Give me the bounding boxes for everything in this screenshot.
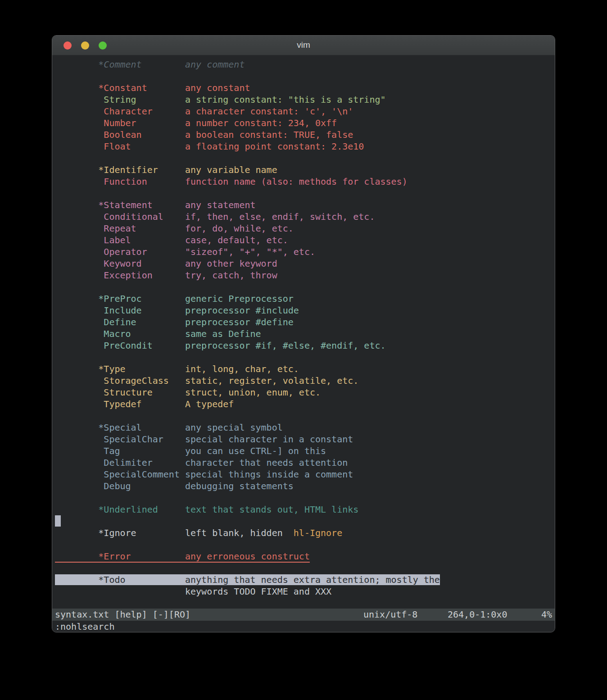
vim-command-line[interactable]: :nohlsearch	[52, 621, 555, 632]
text-segment: Typedef A typedef	[55, 399, 234, 409]
text-segment: Character a character constant: 'c', '\n…	[55, 106, 353, 117]
buffer-line: Function function name (also: methods fo…	[55, 176, 555, 187]
buffer-line: Repeat for, do, while, etc.	[55, 223, 555, 234]
buffer-line: *Identifier any variable name	[55, 164, 555, 176]
text-segment: Operator "sizeof", "+", "*", etc.	[55, 246, 315, 257]
buffer-line: *Type int, long, char, etc.	[55, 363, 555, 375]
window-titlebar[interactable]: vim	[52, 36, 555, 55]
text-segment: *Type int, long, char, etc.	[55, 364, 299, 374]
buffer-line: SpecialComment special things inside a c…	[55, 468, 555, 480]
text-segment: Boolean a boolean constant: TRUE, false	[55, 129, 353, 140]
text-segment: *Underlined text that stands out, HTML l…	[55, 504, 358, 515]
text-segment: Repeat for, do, while, etc.	[55, 223, 294, 234]
buffer-line: Number a number constant: 234, 0xff	[55, 117, 555, 129]
help-tag-link[interactable]: hl-Ignore	[294, 527, 342, 538]
buffer-line: Debug debugging statements	[55, 480, 555, 492]
buffer-line: keywords TODO FIXME and XXX	[55, 586, 555, 597]
buffer-line: Conditional if, then, else, endif, switc…	[55, 211, 555, 223]
text-segment: Debug debugging statements	[55, 481, 294, 491]
text-segment: PreCondit preprocessor #if, #else, #endi…	[55, 340, 386, 351]
statusline-scroll-percent: 4%	[541, 609, 552, 621]
text-segment: Exception try, catch, throw	[55, 270, 277, 281]
buffer-line: String a string constant: "this is a str…	[55, 94, 555, 105]
buffer-line: PreCondit preprocessor #if, #else, #endi…	[55, 340, 555, 351]
text-segment: *Error any erroneous construct	[55, 551, 310, 562]
buffer-line: Delimiter character that needs attention	[55, 457, 555, 468]
text-segment: String a string constant: "this is a str…	[55, 94, 386, 105]
text-segment: Structure struct, union, enum, etc.	[55, 387, 321, 398]
buffer-line	[55, 492, 555, 504]
buffer-line	[55, 351, 555, 363]
buffer-line: Keyword any other keyword	[55, 258, 555, 269]
buffer-line: *Constant any constant	[55, 82, 555, 94]
text-segment: StorageClass static, register, volatile,…	[55, 375, 358, 386]
text-segment: *Ignore left blank, hidden	[55, 527, 294, 538]
text-segment: Number a number constant: 234, 0xff	[55, 118, 337, 128]
buffer-line: Label case, default, etc.	[55, 234, 555, 246]
buffer-line: *Ignore left blank, hidden hl-Ignore	[55, 527, 555, 539]
buffer-line: Macro same as Define	[55, 328, 555, 340]
buffer-line: Boolean a boolean constant: TRUE, false	[55, 129, 555, 141]
buffer-line: *Statement any statement	[55, 199, 555, 211]
buffer-line: Typedef A typedef	[55, 398, 555, 410]
buffer-line: *Todo anything that needs extra attentio…	[55, 574, 555, 586]
text-segment: *Identifier any variable name	[55, 164, 277, 175]
vim-terminal-window: vim *Comment any comment *Constant any c…	[52, 35, 555, 632]
text-segment: *PreProc generic Preprocessor	[55, 293, 294, 304]
cursor-block	[55, 515, 61, 527]
text-segment: *Statement any statement	[55, 200, 256, 210]
buffer-line: *Error any erroneous construct	[55, 550, 555, 562]
buffer-line	[55, 281, 555, 293]
statusline-ruler: 264,0-1:0x0	[448, 609, 507, 621]
text-segment: Include preprocessor #include	[55, 305, 299, 316]
text-segment: *Comment any comment	[55, 59, 245, 70]
buffer-line: Float a floating point constant: 2.3e10	[55, 141, 555, 152]
buffer-line: SpecialChar special character in a const…	[55, 433, 555, 445]
text-segment: keywords TODO FIXME and XXX	[55, 586, 331, 597]
buffer-line	[55, 70, 555, 82]
window-title: vim	[52, 36, 555, 55]
text-segment: SpecialComment special things inside a c…	[55, 469, 353, 480]
text-segment: *Constant any constant	[55, 82, 250, 93]
statusline-file-info: syntax.txt [help] [-][RO]	[55, 609, 190, 620]
buffer-line	[55, 187, 555, 199]
text-segment: Tag you can use CTRL-] on this	[55, 445, 326, 456]
text-segment: Label case, default, etc.	[55, 235, 288, 245]
buffer-line	[55, 562, 555, 574]
text-segment: *Todo anything that needs extra attentio…	[55, 574, 440, 585]
text-segment: Delimiter character that needs attention	[55, 457, 348, 468]
buffer-line: Tag you can use CTRL-] on this	[55, 445, 555, 457]
buffer-line: Include preprocessor #include	[55, 305, 555, 316]
text-segment: Conditional if, then, else, endif, switc…	[55, 211, 375, 222]
buffer[interactable]: *Comment any comment *Constant any const…	[52, 55, 555, 609]
buffer-line	[55, 410, 555, 422]
vim-statusline: syntax.txt [help] [-][RO]unix/utf-8264,0…	[52, 609, 555, 621]
buffer-line: Structure struct, union, enum, etc.	[55, 386, 555, 398]
buffer-line: Define preprocessor #define	[55, 316, 555, 328]
buffer-line: Exception try, catch, throw	[55, 269, 555, 281]
buffer-line: Operator "sizeof", "+", "*", etc.	[55, 246, 555, 258]
text-segment: Keyword any other keyword	[55, 258, 277, 269]
buffer-line: *PreProc generic Preprocessor	[55, 293, 555, 305]
buffer-line: *Underlined text that stands out, HTML l…	[55, 504, 555, 515]
text-segment: Define preprocessor #define	[55, 317, 294, 327]
text-segment: *Special any special symbol	[55, 422, 283, 433]
buffer-line	[55, 539, 555, 550]
text-segment: Macro same as Define	[55, 328, 261, 339]
text-segment: Float a floating point constant: 2.3e10	[55, 141, 364, 152]
text-segment: Function function name (also: methods fo…	[55, 176, 408, 187]
buffer-line	[55, 515, 555, 527]
buffer-line: StorageClass static, register, volatile,…	[55, 375, 555, 386]
buffer-line	[55, 152, 555, 164]
buffer-line: Character a character constant: 'c', '\n…	[55, 105, 555, 117]
buffer-line: *Comment any comment	[55, 59, 555, 70]
buffer-line: *Special any special symbol	[55, 422, 555, 433]
statusline-encoding: unix/utf-8	[363, 609, 417, 621]
text-segment: SpecialChar special character in a const…	[55, 434, 353, 445]
